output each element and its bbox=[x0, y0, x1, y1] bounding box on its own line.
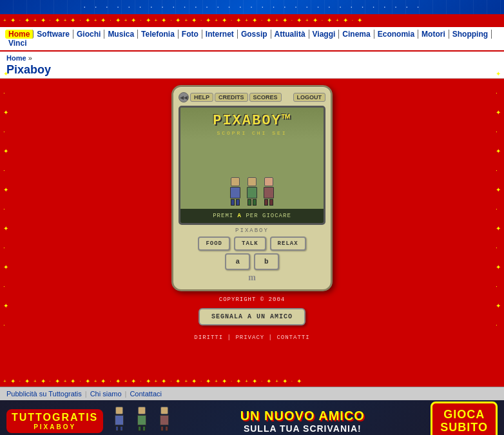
decorative-stars-right: ✦·✦·✦·✦·✦·✦·✦· bbox=[496, 64, 501, 335]
char1-leg-right bbox=[236, 199, 240, 206]
character-1 bbox=[230, 177, 240, 206]
contattaci-link[interactable]: Contattaci bbox=[130, 390, 162, 398]
screen-title-area: PIXABOY™ SCOPRI CHI SEI bbox=[180, 108, 324, 139]
ad-logo-top: TUTTOGRATIS bbox=[12, 412, 98, 423]
char3-leg-right bbox=[269, 199, 273, 206]
main-content: ✦·✦·✦·✦·✦·✦·✦· ✦·✦·✦·✦·✦·✦·✦· ◀◀ HELP CR… bbox=[0, 79, 504, 375]
help-button[interactable]: HELP bbox=[190, 93, 213, 102]
ad-text: UN NUOVO AMICO SULLA TUA SCRIVANIA! bbox=[180, 409, 424, 434]
logout-button[interactable]: LOGOUT bbox=[293, 93, 326, 102]
bottom-ad-banner[interactable]: TUTTOGRATIS PIXABOY UN NUOVO AMICO SULLA… bbox=[0, 400, 504, 435]
footer-contatti-link[interactable]: CONTATTI bbox=[276, 334, 309, 341]
char3-body bbox=[264, 187, 274, 198]
ad-logo-bottom: PIXABOY bbox=[12, 423, 98, 430]
nav-item-vinci[interactable]: Vinci bbox=[5, 39, 30, 48]
star-row-top: + ✦ · ✦ + ✦ · ✦ + ✦ · ✦ + ✦ · ✦ + ✦ · ✦ … bbox=[0, 14, 504, 26]
relax-button[interactable]: relax bbox=[270, 237, 306, 251]
nav-item-internet[interactable]: Internet bbox=[202, 30, 238, 39]
breadcrumb: Home » bbox=[6, 54, 498, 62]
footer-diritti-link[interactable]: DIRITTI bbox=[194, 334, 223, 341]
character-3 bbox=[264, 177, 274, 206]
nav-bar: Home Software Giochi Musica Telefonia Fo… bbox=[0, 26, 504, 52]
device-top-bar: ◀◀ HELP CREDITS SCORES LOGOUT bbox=[179, 92, 325, 102]
nav-item-attualita[interactable]: Attualità bbox=[271, 30, 309, 39]
footer-links: DIRITTI | PRIVACY | CONTATTI bbox=[194, 334, 309, 341]
char3-legs bbox=[264, 199, 273, 206]
ad-char-2 bbox=[132, 407, 151, 435]
ad-text-sub: SULLA TUA SCRIVANIA! bbox=[180, 423, 424, 434]
nav-item-musica[interactable]: Musica bbox=[104, 30, 138, 39]
ad-char-1 bbox=[110, 407, 129, 435]
decorative-stars-left: ✦·✦·✦·✦·✦·✦·✦· bbox=[3, 64, 8, 335]
char2-body bbox=[247, 187, 257, 198]
char2-leg-left bbox=[247, 199, 251, 206]
a-button[interactable]: a bbox=[225, 253, 250, 270]
char2-head bbox=[247, 177, 257, 186]
screen-prompt: Premi a per giocare bbox=[184, 213, 320, 219]
scores-button[interactable]: SCORES bbox=[249, 93, 282, 102]
character-2 bbox=[247, 177, 257, 206]
talk-button[interactable]: talk bbox=[234, 237, 266, 251]
breadcrumb-area: Home » Pixaboy bbox=[0, 52, 504, 79]
device-logo: m bbox=[179, 273, 325, 283]
nav-item-giochi[interactable]: Giochi bbox=[73, 30, 104, 39]
device-label: PIXABOY bbox=[179, 227, 325, 234]
char3-leg-left bbox=[264, 199, 268, 206]
char3-head bbox=[264, 177, 273, 186]
screen-prompt-area: Premi a per giocare bbox=[180, 209, 324, 223]
char1-leg-left bbox=[231, 199, 235, 206]
b-button[interactable]: b bbox=[254, 253, 279, 270]
breadcrumb-home-link[interactable]: Home bbox=[6, 54, 26, 62]
game-device: ◀◀ HELP CREDITS SCORES LOGOUT PIXABOY™ S… bbox=[171, 85, 333, 291]
char2-leg-right bbox=[253, 199, 257, 206]
screen-title: PIXABOY™ bbox=[184, 113, 320, 129]
nav-item-gossip[interactable]: Gossip bbox=[238, 30, 271, 39]
ab-buttons-row: a b bbox=[179, 253, 325, 270]
footer-privacy-link[interactable]: PRIVACY bbox=[235, 334, 264, 341]
game-screen: PIXABOY™ SCOPRI CHI SEI bbox=[179, 106, 325, 225]
food-button[interactable]: food bbox=[198, 237, 230, 251]
advertising-link[interactable]: Pubblicità su Tuttogratis bbox=[6, 390, 82, 398]
char1-body bbox=[230, 187, 240, 198]
nav-item-cinema[interactable]: Cinema bbox=[339, 30, 374, 39]
char1-head bbox=[231, 177, 240, 186]
copyright-text: COPYRIGHT © 2004 bbox=[219, 296, 285, 303]
characters-area bbox=[230, 139, 274, 209]
ad-characters bbox=[110, 407, 174, 435]
nav-item-software[interactable]: Software bbox=[34, 30, 73, 39]
function-buttons-row: food talk relax bbox=[179, 237, 325, 251]
chi-siamo-link[interactable]: Chi siamo bbox=[90, 390, 122, 398]
char2-legs bbox=[247, 199, 257, 206]
nav-item-home[interactable]: Home bbox=[5, 30, 34, 39]
nav-item-shopping[interactable]: Shopping bbox=[449, 30, 492, 39]
nav-item-viaggi[interactable]: Viaggi bbox=[309, 30, 340, 39]
speaker-icon[interactable]: ◀◀ bbox=[179, 92, 189, 102]
nav-item-foto[interactable]: Foto bbox=[179, 30, 202, 39]
bottom-bar: Pubblicità su Tuttogratis | Chi siamo | … bbox=[0, 387, 504, 400]
char1-legs bbox=[231, 199, 240, 206]
nav-item-economia[interactable]: Economia bbox=[374, 30, 418, 39]
ad-text-main: UN NUOVO AMICO bbox=[180, 409, 424, 423]
ad-cta-text: GIOCASUBITO bbox=[440, 409, 488, 434]
screen-subtitle: SCOPRI CHI SEI bbox=[184, 130, 320, 136]
top-banner: · · · · · · · · · · · · · · · · · · · · … bbox=[0, 0, 504, 14]
ad-logo: TUTTOGRATIS PIXABOY bbox=[6, 409, 103, 433]
ad-char-3 bbox=[155, 407, 174, 435]
send-friend-button[interactable]: segnala a un amico bbox=[199, 308, 305, 325]
star-row-bottom: + ✦ · ✦ + ✦ · ✦ + ✦ · ✦ + ✦ · ✦ + ✦ · ✦ … bbox=[0, 375, 504, 387]
ad-cta-button[interactable]: GIOCASUBITO bbox=[431, 401, 498, 435]
nav-item-telefonia[interactable]: Telefonia bbox=[138, 30, 179, 39]
credits-button[interactable]: CREDITS bbox=[215, 93, 248, 102]
nav-item-motori[interactable]: Motori bbox=[418, 30, 449, 39]
page-title: Pixaboy bbox=[6, 63, 498, 77]
